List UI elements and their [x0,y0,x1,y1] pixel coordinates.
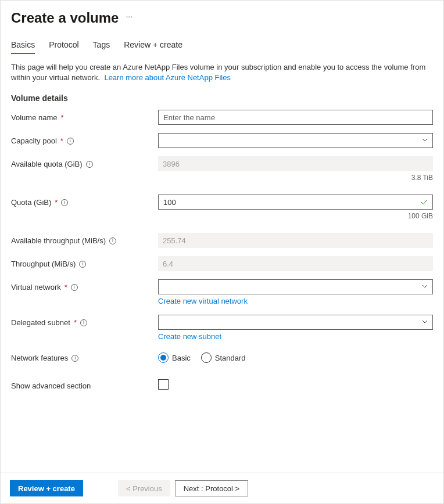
info-icon[interactable]: i [67,138,74,145]
virtual-network-label: Virtual network [11,283,61,291]
required-indicator: * [61,113,64,122]
virtual-network-select[interactable] [158,279,433,294]
create-vnet-link[interactable]: Create new virtual network [158,297,248,305]
previous-button: < Previous [118,480,170,496]
tab-review-create[interactable]: Review + create [124,40,182,54]
section-volume-details: Volume details [11,93,433,103]
info-icon[interactable]: i [80,319,87,326]
throughput-label: Throughput (MiB/s) [11,260,76,268]
review-create-button[interactable]: Review + create [10,480,83,496]
network-features-standard-radio[interactable]: Standard [201,352,246,363]
volume-name-label: Volume name [11,113,58,122]
footer-bar: Review + create < Previous Next : Protoc… [1,473,443,503]
quota-input[interactable] [158,195,433,210]
info-icon[interactable]: i [71,284,78,291]
quota-hint: 100 GiB [158,212,433,220]
next-button[interactable]: Next : Protocol > [175,480,248,496]
description-text: This page will help you create an Azure … [11,62,433,83]
throughput-value [158,256,433,271]
info-icon[interactable]: i [61,199,68,206]
info-icon[interactable]: i [79,261,86,268]
info-icon[interactable]: i [71,355,78,362]
capacity-pool-label: Capacity pool [11,136,57,145]
required-indicator: * [60,136,63,145]
quota-label: Quota (GiB) [11,198,51,207]
volume-name-input[interactable] [158,110,433,125]
network-features-label: Network features [11,354,68,362]
available-throughput-value [158,233,433,248]
required-indicator: * [65,283,67,291]
tab-bar: Basics Protocol Tags Review + create [11,40,433,54]
radio-label-basic: Basic [172,354,191,362]
create-subnet-link[interactable]: Create new subnet [158,332,221,341]
delegated-subnet-select[interactable] [158,315,433,330]
show-advanced-label: Show advanced section [11,381,91,390]
required-indicator: * [55,198,58,207]
radio-label-standard: Standard [215,354,246,362]
tab-basics[interactable]: Basics [11,40,35,54]
page-title: Create a volume [11,10,119,26]
show-advanced-checkbox[interactable] [158,379,169,390]
more-actions-icon[interactable]: ··· [126,12,133,24]
check-icon [420,198,428,206]
available-quota-value [158,156,433,171]
info-icon[interactable]: i [109,237,116,244]
required-indicator: * [74,318,77,327]
tab-tags[interactable]: Tags [93,40,110,54]
learn-more-link[interactable]: Learn more about Azure NetApp Files [104,73,231,82]
available-throughput-label: Available throughput (MiB/s) [11,236,106,245]
available-quota-hint: 3.8 TiB [158,174,433,182]
network-features-basic-radio[interactable]: Basic [158,352,191,363]
delegated-subnet-label: Delegated subnet [11,318,70,327]
info-icon[interactable]: i [86,161,93,168]
tab-protocol[interactable]: Protocol [49,40,78,54]
available-quota-label: Available quota (GiB) [11,160,83,168]
capacity-pool-select[interactable] [158,133,433,148]
